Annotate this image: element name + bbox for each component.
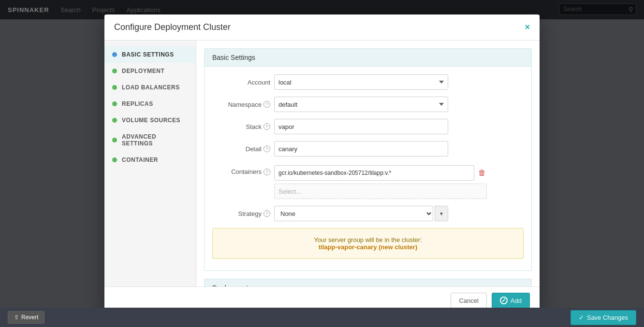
select-placeholder-text: Select... [278,188,301,195]
containers-label: Containers ? [212,165,270,175]
sidebar-item-container[interactable]: CONTAINER [104,152,196,168]
account-row: Account local [212,74,524,90]
sidebar-label-volume-sources: VOLUME SOURCES [122,117,180,124]
strategy-dropdown-button[interactable]: ▼ [435,206,448,221]
sidebar-item-basic-settings[interactable]: BASIC SETTINGS [104,46,196,63]
sidebar-label-replicas: REPLICAS [122,100,153,107]
sidebar-item-load-balancers[interactable]: LOAD BALANCERS [104,79,196,96]
revert-label: Revert [21,314,38,321]
stack-info-icon: ? [263,123,270,130]
namespace-select[interactable]: default [274,97,448,112]
sidebar-item-advanced-settings[interactable]: ADVANCED SETTINGS [104,128,196,152]
namespace-row: Namespace ? default [212,97,524,112]
strategy-row: Strategy ? None ▼ [212,206,524,221]
detail-row: Detail ? [212,141,524,156]
cluster-info-box: Your server group will be in the cluster… [212,228,524,259]
basic-settings-header: Basic Settings [204,48,532,67]
dot-icon-advanced-settings [112,138,117,142]
revert-button[interactable]: ⇧ Revert [8,311,44,324]
dot-icon-load-balancers [112,85,117,90]
cluster-info-text: Your server group will be in the cluster… [220,236,515,243]
container-tag-text: gcr.io/kubernetes-sandbox-205712/tilapp:… [278,170,391,176]
cluster-info-name: tilapp-vapor-canary (new cluster) [220,243,515,251]
close-button[interactable]: × [525,22,530,32]
sidebar-label-advanced-settings: ADVANCED SETTINGS [122,133,188,147]
modal-main: Basic Settings Account local [196,41,540,286]
cancel-button[interactable]: Cancel [451,293,486,308]
detail-label: Detail ? [212,145,270,153]
dot-icon-deployment [112,69,117,73]
add-button-icon: ✓ [500,297,508,304]
modal-sidebar: BASIC SETTINGS DEPLOYMENT LOAD BALANCERS… [104,41,196,286]
container-tag: gcr.io/kubernetes-sandbox-205712/tilapp:… [274,165,474,181]
containers-wrapper: gcr.io/kubernetes-sandbox-205712/tilapp:… [274,165,487,199]
account-label: Account [212,79,270,86]
strategy-info-icon: ? [263,210,270,217]
namespace-info-icon: ? [263,101,270,108]
stack-row: Stack ? [212,119,524,134]
dot-icon-basic-settings [112,52,117,57]
modal-body: BASIC SETTINGS DEPLOYMENT LOAD BALANCERS… [104,41,540,286]
save-icon: ✓ [579,314,584,321]
add-button-label: Add [511,297,522,304]
dot-icon-container [112,157,117,162]
sidebar-label-load-balancers: LOAD BALANCERS [122,84,180,91]
container-select-placeholder[interactable]: Select... [274,184,487,199]
detail-info-icon: ? [263,145,270,152]
sidebar-label-basic-settings: BASIC SETTINGS [122,51,174,58]
modal: Configure Deployment Cluster × BASIC SET… [104,14,540,314]
detail-input[interactable] [274,141,448,156]
delete-container-button[interactable]: 🗑 [477,168,487,178]
dot-icon-volume-sources [112,118,117,123]
strategy-select-wrapper: None ▼ [274,206,448,221]
account-select[interactable]: local [274,74,448,90]
containers-info-icon: ? [263,169,270,175]
sidebar-label-container: CONTAINER [122,156,158,163]
strategy-label: Strategy ? [212,210,270,217]
stack-label: Stack ? [212,123,270,130]
sidebar-label-deployment: DEPLOYMENT [122,68,164,74]
dot-icon-replicas [112,101,117,106]
modal-title: Configure Deployment Cluster [114,22,231,32]
save-changes-button[interactable]: ✓ Save Changes [571,310,636,325]
basic-settings-body: Account local Namespace ? defaul [204,67,532,271]
sidebar-item-volume-sources[interactable]: VOLUME SOURCES [104,112,196,128]
namespace-label: Namespace ? [212,101,270,108]
deployment-section-header: Deployment [204,279,532,286]
modal-header: Configure Deployment Cluster × [104,14,540,41]
sidebar-item-deployment[interactable]: DEPLOYMENT [104,63,196,79]
containers-row: Containers ? gcr.io/kubernetes-sandbox-2… [212,163,524,199]
add-button[interactable]: ✓ Add [492,293,530,308]
strategy-select[interactable]: None [274,206,433,221]
bottom-bar: ⇧ Revert ✓ Save Changes [0,308,644,327]
modal-overlay: Configure Deployment Cluster × BASIC SET… [0,0,644,327]
sidebar-item-replicas[interactable]: REPLICAS [104,96,196,112]
save-label: Save Changes [587,314,628,321]
revert-icon: ⇧ [14,314,19,321]
container-tag-row: gcr.io/kubernetes-sandbox-205712/tilapp:… [274,165,487,181]
stack-input[interactable] [274,119,448,134]
